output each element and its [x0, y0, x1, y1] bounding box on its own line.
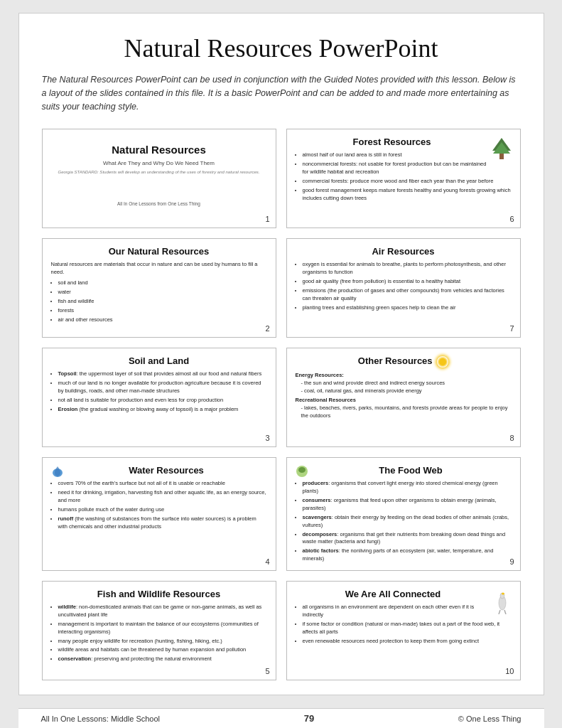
slide-title: Fish and Wildlife Resources: [51, 589, 267, 599]
slide-item: The Food Web producers: organisms that c…: [286, 457, 521, 571]
slide-number: 4: [265, 557, 269, 566]
main-page: Natural Resources PowerPoint The Natural…: [18, 13, 544, 695]
footer-right: © One Less Thing: [458, 714, 522, 723]
slide-title: Air Resources: [296, 246, 512, 257]
slide-body: all organisms in an environment are depe…: [296, 604, 512, 645]
slide-number: 6: [509, 215, 514, 223]
footer-bar: All In One Lessons: Middle School 79 © O…: [18, 708, 544, 728]
slide-body: covers 70% of the earth's surface but no…: [51, 480, 267, 530]
slide-title: Natural Resources: [51, 144, 267, 156]
sun-icon: [437, 356, 448, 368]
svg-point-5: [298, 467, 306, 473]
bird-icon: [493, 589, 512, 616]
slide-number: 5: [265, 667, 269, 675]
slide-body: almost half of our land area is still in…: [296, 151, 512, 202]
slide-number: 1: [265, 215, 269, 223]
slide-title: Forest Resources: [296, 136, 512, 147]
slide-title: Our Natural Resources: [51, 246, 267, 257]
slide-title: Water Resources: [51, 465, 267, 476]
svg-point-10: [502, 593, 504, 595]
slide-item: Forest Resources almost half of our land…: [286, 129, 521, 228]
slide-body: wildlife: non-domesticated animals that …: [51, 604, 267, 663]
slide-title: Soil and Land: [51, 355, 267, 366]
slide-body: Natural resources are materials that occ…: [51, 261, 267, 323]
slide-item: Air Resources oxygen is essential for an…: [286, 238, 521, 338]
water-icon: [51, 465, 64, 479]
slide-body: Topsoil: the uppermost layer of soil tha…: [51, 370, 267, 413]
intro-text: The Natural Resources PowerPoint can be …: [42, 73, 521, 113]
footer-page-number: 79: [304, 713, 314, 724]
slide-number: 7: [509, 324, 514, 333]
page-title: Natural Resources PowerPoint: [42, 33, 521, 63]
slide-title: We Are All Connected: [296, 589, 512, 599]
slide-body: oxygen is essential for animals to breat…: [296, 261, 512, 311]
slide-number: 3: [265, 434, 269, 442]
footer-left: All In One Lessons: Middle School: [41, 714, 161, 723]
slide-item: Fish and Wildlife Resources wildlife: no…: [42, 581, 276, 680]
slide-item: Our Natural Resources Natural resources …: [42, 238, 276, 338]
slide-item: We Are All Connected all organisms in an…: [286, 581, 521, 680]
svg-rect-2: [499, 154, 504, 159]
slide-item: Natural Resources What Are They and Why …: [42, 129, 276, 228]
slide-title: The Food Web: [296, 465, 512, 476]
svg-line-9: [504, 610, 506, 614]
slide-number: 10: [505, 667, 514, 675]
slides-grid: Natural Resources What Are They and Why …: [42, 129, 521, 680]
svg-line-8: [499, 610, 500, 614]
slide-body: Energy Resources:- the sun and wind prov…: [296, 372, 512, 420]
tree-icon: [492, 136, 512, 161]
slide-body: producers: organisms that convert light …: [296, 480, 512, 563]
slide-number: 9: [509, 557, 514, 566]
slide-title: Other Resources: [296, 355, 512, 368]
slide-item: Other Resources Energy Resources:- the s…: [286, 348, 521, 447]
slide-number: 2: [265, 324, 269, 333]
slide-item: Soil and Land Topsoil: the uppermost lay…: [42, 348, 276, 447]
food-web-icon: [296, 465, 308, 479]
slide-number: 8: [509, 434, 514, 442]
slide-item: Water Resources covers 70% of the earth'…: [42, 457, 276, 571]
